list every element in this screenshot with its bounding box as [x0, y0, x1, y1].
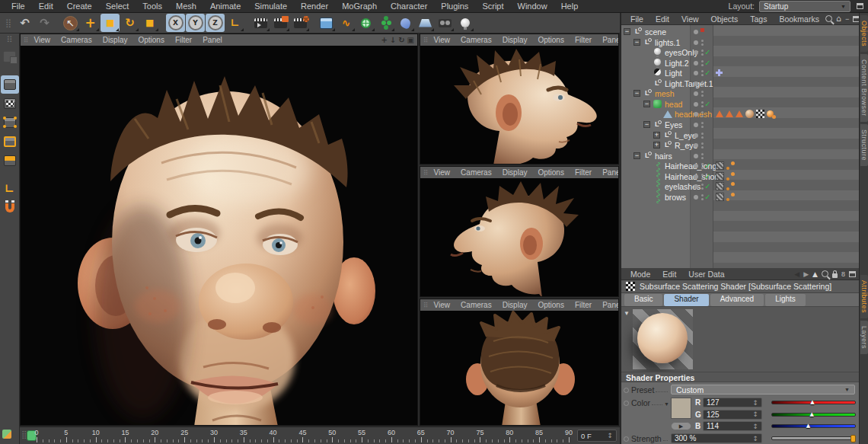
tree-row-light-2[interactable]: Light.2✓ — [621, 58, 859, 69]
channel-value-field[interactable]: 125↕ — [703, 410, 762, 420]
coordinate-system-button[interactable]: ∟ — [225, 14, 244, 32]
viewport-menu-panel[interactable]: Panel — [597, 301, 618, 309]
preview-disclosure-icon[interactable]: ▼ — [624, 310, 630, 317]
attr-panel-icon[interactable] — [849, 271, 856, 277]
hatch-tag-icon[interactable] — [716, 161, 724, 170]
tab-basic[interactable]: Basic — [624, 294, 662, 306]
lock-icon[interactable] — [832, 273, 838, 278]
hatch-tag-icon[interactable] — [716, 182, 724, 190]
expand-toggle[interactable]: − — [633, 39, 640, 46]
expand-toggle[interactable]: − — [643, 121, 650, 128]
hatch-tag-icon[interactable] — [716, 193, 724, 201]
viewport-menu-grip[interactable]: ⠿ — [24, 37, 29, 44]
rotate-button[interactable]: ↻ — [120, 14, 139, 32]
tree-row-eyesonly[interactable]: eyesOnly✓ — [621, 47, 859, 58]
visibility-dot[interactable] — [694, 133, 698, 138]
tree-row-lights-1[interactable]: −lights.1 — [621, 37, 859, 48]
home-icon[interactable]: ⌂ — [836, 14, 841, 23]
visibility-dot[interactable] — [694, 81, 698, 86]
render-view-button[interactable] — [251, 14, 270, 32]
viewport-menu-display[interactable]: Display — [497, 168, 533, 177]
visibility-dot[interactable] — [694, 174, 698, 179]
enabled-check-icon[interactable]: ✓ — [704, 100, 712, 108]
viewport-menu-view[interactable]: View — [429, 301, 456, 309]
viewport-menu-display[interactable]: Display — [497, 36, 533, 44]
enabled-check-icon[interactable]: ✓ — [704, 161, 712, 170]
tree-row-mesh[interactable]: −mesh — [621, 88, 859, 99]
expand-toggle[interactable]: − — [643, 101, 650, 107]
viewport-menu-filter[interactable]: Filter — [570, 36, 597, 44]
target-tag-icon[interactable] — [716, 69, 723, 76]
tree-row-light-target-1[interactable]: Light.Target.1 — [621, 78, 859, 89]
viewport-menu-display[interactable]: Display — [97, 36, 133, 44]
visibility-dot[interactable] — [694, 143, 698, 148]
side-bottom-viewport-canvas[interactable] — [420, 311, 618, 425]
enabled-check-icon[interactable]: ✓ — [704, 59, 712, 67]
visibility-dot[interactable] — [694, 102, 698, 107]
menu-item-mograph[interactable]: MoGraph — [335, 2, 384, 11]
history-back-icon[interactable]: ◀ — [794, 270, 799, 278]
menu-item-file[interactable]: File — [624, 14, 649, 24]
viewport-menu-grip[interactable]: ⠿ — [423, 169, 429, 177]
lock-z-button[interactable]: Z — [206, 14, 225, 32]
channel-slider[interactable]: ▲ — [771, 413, 856, 417]
enable-axis-button[interactable]: ∟ — [1, 180, 19, 198]
phong-tag-icon[interactable] — [767, 110, 774, 117]
strength-field[interactable]: 300 % ↕ — [671, 433, 762, 443]
viewport-menu-panel[interactable]: Panel — [597, 168, 618, 177]
viewport-menu-grip[interactable]: ⠿ — [423, 302, 429, 309]
menu-item-character[interactable]: Character — [384, 2, 434, 11]
tri-tag-icon[interactable] — [736, 110, 743, 117]
tree-row-hairhead-long[interactable]: ∿∿Hairhead_long✓ — [621, 161, 859, 171]
anim-dot-icon[interactable] — [624, 388, 629, 393]
viewport-menu-options[interactable]: Options — [532, 36, 569, 44]
channel-slider[interactable]: ▲ — [771, 401, 856, 404]
menu-item-render[interactable]: Render — [294, 2, 335, 11]
layer-color-chip[interactable] — [700, 28, 704, 32]
texture-tag-icon[interactable] — [745, 110, 754, 118]
viewport-menu-panel[interactable]: Panel — [597, 36, 618, 44]
enabled-check-icon[interactable]: ✓ — [704, 69, 712, 77]
menu-item-file[interactable]: File — [5, 2, 32, 11]
points-mode-button[interactable] — [1, 113, 19, 132]
scale-button[interactable]: ■ — [101, 14, 120, 32]
minimize-icon[interactable]: − — [845, 15, 849, 23]
viewport-menu-cameras[interactable]: Cameras — [455, 168, 497, 177]
dots-tag-icon[interactable] — [726, 161, 735, 170]
slider-knob[interactable]: ▲ — [806, 423, 810, 429]
channel-slider[interactable]: ▲ — [771, 424, 856, 428]
menu-item-plugins[interactable]: Plugins — [434, 2, 475, 11]
slider-knob[interactable]: ▲ — [809, 411, 813, 417]
rotate-view-icon[interactable]: ↻ — [398, 36, 404, 44]
viewport-menu-cameras[interactable]: Cameras — [455, 36, 497, 44]
channel-value-field[interactable]: 127↕ — [703, 398, 762, 407]
menu-item-select[interactable]: Select — [99, 2, 136, 11]
tab-lights[interactable]: Lights — [765, 294, 806, 306]
polygons-mode-button[interactable] — [1, 152, 19, 170]
side-tab-layers[interactable]: Layers — [860, 321, 868, 354]
side-tab-attributes[interactable]: Attributes — [860, 275, 868, 318]
strength-slider[interactable] — [771, 436, 856, 440]
menu-item-edit[interactable]: Edit — [656, 270, 682, 279]
side-middle-viewport-canvas[interactable] — [420, 178, 618, 296]
menu-item-mesh[interactable]: Mesh — [169, 2, 203, 11]
expand-toggle[interactable]: − — [633, 90, 640, 97]
menu-item-window[interactable]: Window — [511, 2, 554, 11]
editor-render-visibility-dots[interactable] — [701, 91, 704, 93]
viewport-menu-grip[interactable]: ⠿ — [423, 37, 429, 44]
editor-render-visibility-dots[interactable] — [701, 40, 704, 42]
menu-item-help[interactable]: Help — [554, 2, 586, 11]
visibility-dot[interactable] — [694, 61, 698, 65]
viewport-menu-panel[interactable]: Panel — [197, 36, 228, 44]
last-tool-button[interactable]: ■ — [140, 14, 159, 32]
dolly-view-icon[interactable]: ↓ — [390, 36, 396, 44]
visibility-dot[interactable] — [694, 30, 698, 34]
toggle-view-icon[interactable]: ▣ — [407, 36, 414, 44]
expand-toggle[interactable]: − — [633, 152, 640, 159]
model-mode-button[interactable] — [1, 75, 19, 94]
menu-item-script[interactable]: Script — [475, 2, 510, 11]
visibility-dot[interactable] — [694, 195, 698, 200]
side-tab-content-browser[interactable]: Content Browser — [860, 54, 868, 122]
link-icon[interactable]: 8 — [841, 270, 845, 278]
enabled-check-icon[interactable]: ✓ — [704, 193, 712, 201]
